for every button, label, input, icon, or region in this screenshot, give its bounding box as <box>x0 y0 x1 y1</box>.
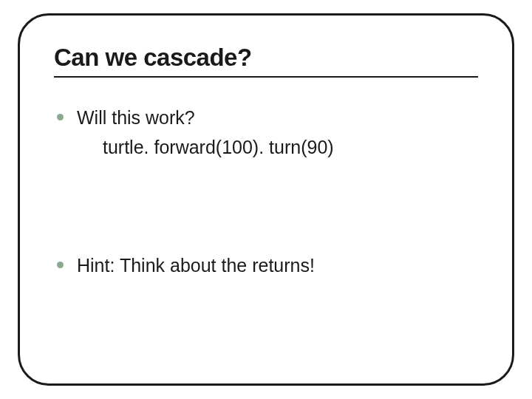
slide-content: Will this work? turtle. forward(100). tu… <box>54 98 478 278</box>
title-block: Can we cascade? <box>54 44 478 78</box>
title-underline <box>54 76 478 78</box>
bullet-icon <box>57 114 64 120</box>
bullet-item: Will this work? <box>57 106 478 131</box>
bullet-text: Hint: Think about the returns! <box>77 253 315 279</box>
bullet-item: Hint: Think about the returns! <box>57 253 478 279</box>
bullet-text: Will this work? <box>77 106 195 131</box>
bullet-icon <box>57 262 64 268</box>
slide-frame: Can we cascade? Will this work? turtle. … <box>18 13 514 386</box>
spacer <box>57 160 478 253</box>
slide-title: Can we cascade? <box>54 44 478 75</box>
code-line: turtle. forward(100). turn(90) <box>57 135 478 160</box>
